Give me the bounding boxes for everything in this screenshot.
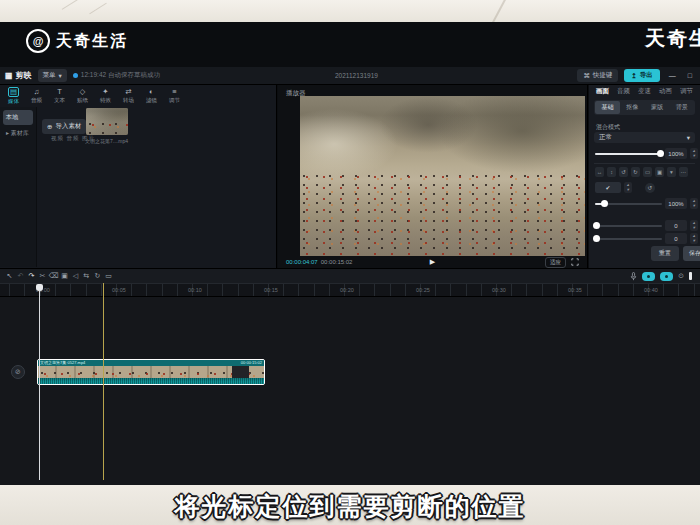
stepper[interactable]: ▴▾ bbox=[690, 148, 698, 159]
blend-mode-value: 正常 bbox=[599, 133, 612, 142]
inspector-tab[interactable]: 画面 bbox=[596, 87, 609, 96]
shortcut-label: 快捷键 bbox=[593, 71, 613, 80]
player-panel: 播放器 00:00:04:07 00:00:15:02 ▶ 适应 bbox=[278, 85, 588, 268]
media-tool-button[interactable]: ▤ 媒体 bbox=[2, 87, 25, 105]
export-button[interactable]: ↥ 导出 bbox=[624, 69, 659, 82]
reset-button[interactable]: 重置 bbox=[651, 246, 679, 261]
blend-mode-dropdown[interactable]: 正常 ▾ bbox=[594, 132, 695, 143]
timeline-tool-button[interactable]: ↶ bbox=[15, 272, 26, 280]
stepper[interactable]: ▴▾ bbox=[624, 182, 632, 193]
media-tool-label: 调节 bbox=[169, 97, 180, 104]
position-x-row: 0 ▴▾ bbox=[595, 220, 698, 231]
ruler-tick-label: 00:30 bbox=[492, 284, 568, 296]
desk-decoration bbox=[62, 0, 85, 10]
scale-lock-dropdown[interactable]: ✔ bbox=[595, 182, 621, 193]
maximize-button[interactable]: □ bbox=[685, 72, 695, 79]
minimize-button[interactable]: — bbox=[666, 72, 679, 79]
timeline-tool-button[interactable]: ↖ bbox=[4, 272, 15, 280]
export-label: 导出 bbox=[640, 71, 653, 80]
inspector-subtab[interactable]: 抠像 bbox=[620, 101, 645, 114]
inspector-panel: 画面 音频 变速 动画 调节 基础 抠像 蒙版 背 bbox=[589, 85, 700, 268]
watermark-corner: 天奇生 bbox=[645, 25, 700, 52]
media-tool-icon: T bbox=[57, 88, 62, 96]
media-clip-thumbnail[interactable] bbox=[86, 108, 128, 135]
ruler-tick-label: 00:15 bbox=[264, 284, 340, 296]
position-y-slider[interactable] bbox=[595, 238, 662, 240]
scale-value: 100% bbox=[665, 198, 687, 209]
timeline-zoom-slider[interactable] bbox=[689, 272, 692, 280]
stepper[interactable]: ▴▾ bbox=[690, 198, 698, 209]
media-tool-button[interactable]: ◐ 滤镜 bbox=[140, 88, 163, 104]
timeline-toolbar: ↖ ↶ ↷ ✂ ⌫ ▣ ◁ ⇆ ↻ ▭ bbox=[0, 269, 700, 284]
menu-button[interactable]: 菜单 ▾ bbox=[38, 69, 67, 82]
timeline: ↖ ↶ ↷ ✂ ⌫ ▣ ◁ ⇆ ↻ ▭ bbox=[0, 268, 700, 485]
timeline-tool-button[interactable]: ◁ bbox=[70, 272, 81, 280]
shortcut-button[interactable]: ⌘ 快捷键 bbox=[577, 69, 618, 82]
scale-slider[interactable] bbox=[595, 203, 662, 205]
video-clip[interactable]: 文明之花第7集·0527.mp4 00:00:15:02 bbox=[37, 359, 265, 385]
transform-button[interactable]: ▾ bbox=[667, 167, 676, 177]
mute-original-sound-button[interactable]: ⊘ bbox=[11, 365, 25, 379]
timeline-tool-button[interactable]: ✂ bbox=[37, 272, 48, 280]
ruler-tick-label: 00:35 bbox=[568, 284, 644, 296]
transform-button[interactable]: ↔ bbox=[595, 167, 604, 177]
inspector-tab[interactable]: 音频 bbox=[617, 87, 630, 96]
microphone-icon[interactable] bbox=[630, 272, 637, 281]
save-preset-button[interactable]: 保存预设 bbox=[683, 246, 700, 261]
fullscreen-icon[interactable] bbox=[571, 258, 579, 266]
inspector-tab[interactable]: 动画 bbox=[659, 87, 672, 96]
fit-mode-button[interactable]: 适应 bbox=[545, 257, 566, 268]
media-tool-button[interactable]: ◇ 贴纸 bbox=[71, 88, 94, 104]
media-rail-item[interactable]: 本地 bbox=[3, 110, 33, 125]
opacity-slider[interactable] bbox=[595, 153, 662, 155]
stepper[interactable]: ▴▾ bbox=[690, 233, 698, 244]
preview-video[interactable] bbox=[300, 96, 585, 256]
position-x-slider[interactable] bbox=[595, 225, 662, 227]
import-media-button[interactable]: ⊕ 导入素材 bbox=[42, 119, 86, 134]
media-tool-button[interactable]: ⇄ 转场 bbox=[117, 88, 140, 104]
media-tool-label: 滤镜 bbox=[146, 97, 157, 104]
timeline-tool-button[interactable]: ↷ bbox=[26, 272, 37, 280]
transform-button[interactable]: ↺ bbox=[619, 167, 628, 177]
media-rail-item[interactable]: ▸ 素材库 bbox=[3, 126, 33, 141]
media-tool-button[interactable]: ≡ 调节 bbox=[163, 88, 186, 104]
timeline-tool-button[interactable]: ↻ bbox=[92, 272, 103, 280]
divider bbox=[594, 163, 695, 164]
inspector-subtab[interactable]: 背景 bbox=[669, 101, 694, 114]
transform-button[interactable]: ▣ bbox=[655, 167, 664, 177]
transform-button[interactable]: ↕ bbox=[607, 167, 616, 177]
opacity-value: 100% bbox=[665, 148, 687, 159]
reset-icon[interactable]: ↺ bbox=[645, 183, 655, 193]
media-tool-button[interactable]: T 文本 bbox=[48, 88, 71, 104]
inspector-subtabs: 基础 抠像 蒙版 背景 bbox=[594, 100, 695, 115]
transform-button[interactable]: ▭ bbox=[643, 167, 652, 177]
inspector-tab[interactable]: 调节 bbox=[680, 87, 693, 96]
play-button[interactable]: ▶ bbox=[430, 258, 435, 266]
inspector-subtab[interactable]: 基础 bbox=[595, 101, 620, 114]
thumbnail-crowd bbox=[86, 121, 128, 135]
transform-button[interactable]: ↻ bbox=[631, 167, 640, 177]
snap-toggle[interactable] bbox=[642, 272, 655, 281]
timeline-zoom-icon[interactable]: ⊙ bbox=[678, 272, 684, 280]
app-logo: ▦ 剪映 bbox=[5, 70, 32, 81]
timeline-tool-button[interactable]: ⌫ bbox=[48, 272, 59, 280]
current-time: 00:00:04:07 bbox=[286, 259, 318, 265]
media-tool-button[interactable]: ♫ 音频 bbox=[25, 88, 48, 104]
clip-filmstrip bbox=[38, 366, 264, 378]
timeline-tool-button[interactable]: ⇆ bbox=[81, 272, 92, 280]
transform-button[interactable]: ⋯ bbox=[679, 167, 688, 177]
brand-name: 天奇生活 bbox=[56, 31, 128, 52]
desk-decoration bbox=[89, 3, 106, 14]
timeline-tracks: ⊘ 文明之花第7集·0527.mp4 00:00:15:02 bbox=[0, 296, 700, 485]
media-tool-button[interactable]: ✦ 特效 bbox=[94, 88, 117, 104]
link-toggle[interactable] bbox=[660, 272, 673, 281]
app-logo-icon: ▦ bbox=[5, 71, 13, 80]
timeline-tool-button[interactable]: ▣ bbox=[59, 272, 70, 280]
timeline-tool-button[interactable]: ▭ bbox=[103, 272, 114, 280]
filmstrip-dark-frame bbox=[232, 366, 249, 378]
inspector-subtab[interactable]: 蒙版 bbox=[645, 101, 670, 114]
media-body: 本地 ▸ 素材库 ⊕ 导入素材 视频 音频 图片 文明之花第7....mp4 bbox=[0, 107, 276, 267]
stepper[interactable]: ▴▾ bbox=[690, 220, 698, 231]
inspector-tab[interactable]: 变速 bbox=[638, 87, 651, 96]
titlebar-actions: ⌘ 快捷键 ↥ 导出 — □ bbox=[577, 69, 695, 82]
